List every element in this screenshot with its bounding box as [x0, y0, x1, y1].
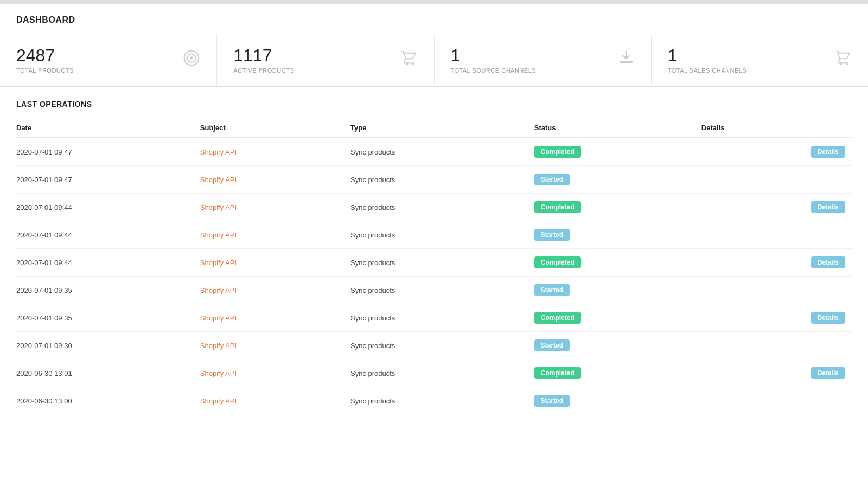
subject-link[interactable]: Shopify API [200, 176, 237, 184]
cell-details [701, 221, 852, 249]
table-row: 2020-07-01 09:30 Shopify API Sync produc… [16, 332, 852, 359]
cell-date: 2020-07-01 09:47 [16, 166, 200, 194]
page-title: DASHBOARD [16, 15, 852, 25]
svg-rect-3 [620, 61, 633, 63]
subject-link[interactable]: Shopify API [200, 203, 237, 211]
details-button[interactable]: Details [811, 256, 845, 268]
subject-link[interactable]: Shopify API [200, 397, 237, 405]
sales-channels-number: 1 [668, 46, 747, 65]
subject-link[interactable]: Shopify API [200, 314, 237, 322]
table-row: 2020-06-30 13:00 Shopify API Sync produc… [16, 387, 852, 415]
stat-content-active-products: 1117 ACTIVE PRODUCTS [233, 46, 294, 74]
source-channels-label: TOTAL SOURCE CHANNELS [451, 67, 537, 74]
total-products-number: 2487 [16, 46, 74, 65]
cell-subject: Shopify API [200, 359, 350, 387]
stat-content-sales-channels: 1 TOTAL SALES CHANNELS [668, 46, 747, 74]
cell-type: Sync products [350, 249, 534, 277]
subject-link[interactable]: Shopify API [200, 369, 237, 377]
source-channels-number: 1 [451, 46, 537, 65]
top-bar [0, 0, 868, 4]
cell-date: 2020-07-01 09:44 [16, 221, 200, 249]
last-operations-section: LAST OPERATIONS Date Subject Type Status… [0, 87, 868, 427]
operations-table: Date Subject Type Status Details 2020-07… [16, 119, 852, 414]
subject-link[interactable]: Shopify API [200, 259, 237, 267]
sales-channels-label: TOTAL SALES CHANNELS [668, 67, 747, 74]
cell-type: Sync products [350, 166, 534, 194]
cart-icon [400, 49, 418, 70]
status-badge: Started [534, 284, 570, 296]
cell-subject: Shopify API [200, 249, 350, 277]
cell-status: Completed [534, 194, 701, 221]
details-button[interactable]: Details [811, 201, 845, 213]
stat-card-total-products: 2487 TOTAL PRODUCTS [0, 34, 217, 86]
subject-link[interactable]: Shopify API [200, 231, 237, 239]
cell-subject: Shopify API [200, 138, 350, 166]
table-row: 2020-07-01 09:35 Shopify API Sync produc… [16, 277, 852, 304]
table-row: 2020-07-01 09:44 Shopify API Sync produc… [16, 249, 852, 277]
cell-status: Completed [534, 359, 701, 387]
table-row: 2020-07-01 09:47 Shopify API Sync produc… [16, 166, 852, 194]
cell-type: Sync products [350, 304, 534, 332]
col-header-details: Details [701, 119, 852, 138]
status-badge: Started [534, 395, 570, 407]
cell-subject: Shopify API [200, 332, 350, 359]
subject-link[interactable]: Shopify API [200, 342, 237, 350]
cell-status: Started [534, 166, 701, 194]
cell-status: Completed [534, 249, 701, 277]
cell-status: Started [534, 221, 701, 249]
cell-details [701, 277, 852, 304]
status-badge: Completed [534, 256, 581, 268]
table-body: 2020-07-01 09:47 Shopify API Sync produc… [16, 138, 852, 414]
col-header-status: Status [534, 119, 701, 138]
subject-link[interactable]: Shopify API [200, 148, 237, 156]
cell-subject: Shopify API [200, 194, 350, 221]
subject-link[interactable]: Shopify API [200, 286, 237, 294]
cell-subject: Shopify API [200, 277, 350, 304]
col-header-subject: Subject [200, 119, 350, 138]
stats-bar: 2487 TOTAL PRODUCTS 1117 ACTIVE PRODUCTS [0, 34, 868, 87]
table-row: 2020-06-30 13:01 Shopify API Sync produc… [16, 359, 852, 387]
table-row: 2020-07-01 09:35 Shopify API Sync produc… [16, 304, 852, 332]
cell-type: Sync products [350, 332, 534, 359]
download-icon [617, 49, 635, 70]
table-row: 2020-07-01 09:44 Shopify API Sync produc… [16, 194, 852, 221]
check-circle-icon [183, 49, 200, 70]
cell-date: 2020-07-01 09:35 [16, 304, 200, 332]
status-badge: Completed [534, 312, 581, 324]
section-title-last-operations: LAST OPERATIONS [16, 100, 852, 108]
cell-details: Details [701, 249, 852, 277]
cell-type: Sync products [350, 221, 534, 249]
details-button[interactable]: Details [811, 146, 845, 158]
cell-date: 2020-06-30 13:00 [16, 387, 200, 415]
page-header: DASHBOARD [0, 4, 868, 34]
cell-date: 2020-07-01 09:47 [16, 138, 200, 166]
active-products-number: 1117 [233, 46, 294, 65]
table-row: 2020-07-01 09:47 Shopify API Sync produc… [16, 138, 852, 166]
stat-content-source-channels: 1 TOTAL SOURCE CHANNELS [451, 46, 537, 74]
details-button[interactable]: Details [811, 312, 845, 324]
cell-subject: Shopify API [200, 221, 350, 249]
cell-date: 2020-07-01 09:44 [16, 249, 200, 277]
details-button[interactable]: Details [811, 367, 845, 379]
table-row: 2020-07-01 09:44 Shopify API Sync produc… [16, 221, 852, 249]
cell-type: Sync products [350, 387, 534, 415]
status-badge: Started [534, 339, 570, 351]
cell-status: Started [534, 387, 701, 415]
cell-details: Details [701, 138, 852, 166]
cell-type: Sync products [350, 194, 534, 221]
page-wrapper: DASHBOARD 2487 TOTAL PRODUCTS 1117 ACTIV… [0, 4, 868, 488]
total-products-label: TOTAL PRODUCTS [16, 67, 74, 74]
col-header-date: Date [16, 119, 200, 138]
svg-point-2 [190, 56, 193, 59]
cell-date: 2020-07-01 09:44 [16, 194, 200, 221]
cell-details: Details [701, 359, 852, 387]
cell-details: Details [701, 304, 852, 332]
status-badge: Completed [534, 367, 581, 379]
cell-details [701, 387, 852, 415]
cell-subject: Shopify API [200, 304, 350, 332]
sales-icon [834, 49, 852, 70]
cell-date: 2020-07-01 09:30 [16, 332, 200, 359]
cell-status: Started [534, 332, 701, 359]
cell-status: Completed [534, 304, 701, 332]
status-badge: Completed [534, 201, 581, 213]
